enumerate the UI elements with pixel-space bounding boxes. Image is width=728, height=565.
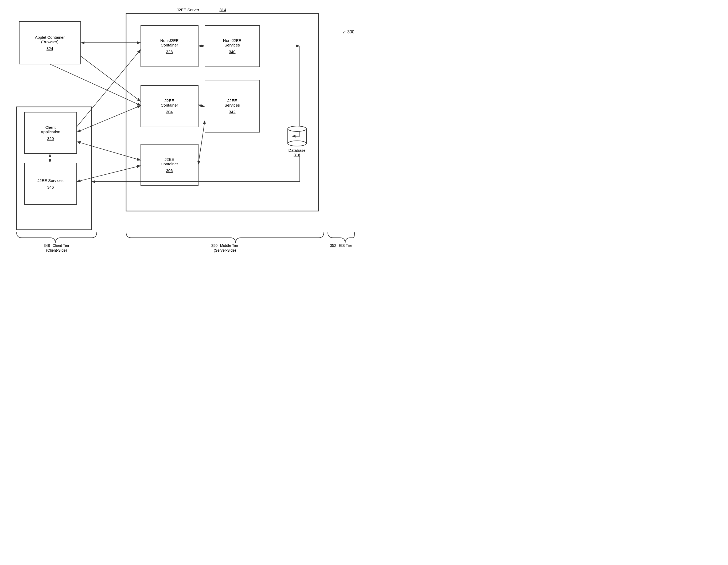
svg-line-20 <box>77 166 141 182</box>
j2ee-services-client-box: J2EE Services 346 <box>25 163 77 204</box>
eis-tier-label: 352 EIS Tier <box>328 243 355 248</box>
svg-line-24 <box>198 120 205 165</box>
j2ee-services-342-box: J2EE Services 342 <box>205 80 260 132</box>
diagram-container: J2EE Server 314 ↙ 300 Applet Container (… <box>9 5 356 272</box>
client-app-inner-box: Client Application 320 <box>25 112 77 154</box>
svg-line-16 <box>77 49 141 127</box>
svg-line-18 <box>50 64 141 106</box>
j2ee-server-label: J2EE Server <box>177 7 199 12</box>
svg-line-19 <box>77 142 141 160</box>
j2ee-container-304-box: J2EE Container 304 <box>141 85 198 127</box>
svg-line-15 <box>81 56 141 102</box>
ref-300: ↙ 300 <box>342 29 354 34</box>
svg-point-31 <box>288 126 306 131</box>
j2ee-container-306-box: J2EE Container 306 <box>141 144 198 186</box>
svg-line-23 <box>198 105 205 107</box>
svg-point-32 <box>288 141 306 146</box>
client-tier-label: 348 Client Tier (Client-Side) <box>17 243 97 253</box>
svg-line-17 <box>77 106 141 132</box>
applet-container-box: Applet Container (Browser) 324 <box>19 21 81 64</box>
middle-tier-label: 350 Middle Tier (Server-Side) <box>126 243 324 253</box>
non-j2ee-services-box: Non-J2EE Services 340 <box>205 25 260 67</box>
non-j2ee-container-box: Non-J2EE Container 328 <box>141 25 198 67</box>
database-box: Database 316 <box>276 120 318 160</box>
j2ee-server-ref: 314 <box>220 7 226 12</box>
